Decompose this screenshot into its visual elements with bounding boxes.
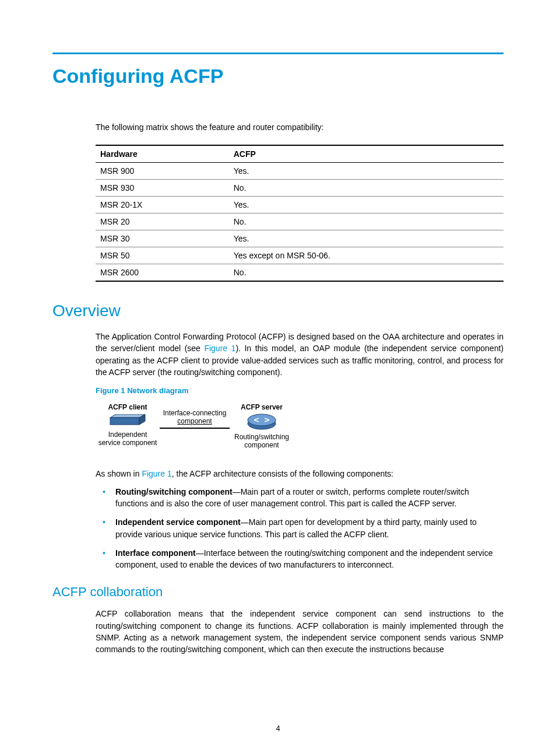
connector-line-icon	[160, 428, 230, 429]
table-row: MSR 30Yes.	[96, 230, 504, 247]
table-header: Hardware	[96, 145, 229, 163]
table-row: MSR 20-1XYes.	[96, 197, 504, 214]
cell: No.	[229, 214, 504, 230]
list-item: Interface component—Interface between th…	[96, 547, 504, 571]
svg-point-4	[248, 414, 276, 426]
page-number: 4	[0, 724, 556, 733]
bold: Independent service component	[115, 517, 241, 527]
figure-server-label: ACFP server	[241, 403, 283, 411]
figure-mid-bottom: component	[177, 417, 212, 425]
intro-text: The following matrix shows the feature a…	[96, 123, 504, 132]
list-item: Routing/switching component—Main part of…	[96, 486, 504, 510]
compat-table: Hardware ACFP MSR 900Yes. MSR 930No. MSR…	[96, 145, 504, 282]
overview-paragraph: The Application Control Forwarding Proto…	[96, 331, 504, 378]
section-heading-collab: ACFP collaboration	[52, 584, 504, 600]
bold: Routing/switching component	[115, 487, 233, 496]
server-device-icon	[246, 412, 277, 430]
cell: MSR 30	[96, 230, 229, 247]
collab-paragraph: ACFP collaboration means that the indepe…	[96, 608, 504, 655]
after-figure-text: As shown in Figure 1, the ACFP architect…	[96, 468, 504, 480]
table-header: ACFP	[229, 145, 504, 163]
text: , the ACFP architecture consists of the …	[172, 469, 393, 478]
cell: Yes.	[229, 197, 504, 214]
text: As shown in	[96, 469, 142, 478]
svg-rect-1	[110, 418, 139, 425]
table-row: MSR 2600No.	[96, 264, 504, 282]
cell: No.	[229, 264, 504, 282]
cell: No.	[229, 180, 504, 197]
figure-mid-top: Interface-connecting	[163, 409, 227, 417]
cell: Yes.	[229, 163, 504, 180]
cell: MSR 50	[96, 247, 229, 264]
cell: MSR 20	[96, 214, 229, 230]
list-item: Independent service component—Main part …	[96, 516, 504, 540]
page-title: Configuring ACFP	[52, 65, 504, 88]
cell: MSR 2600	[96, 264, 229, 282]
figure-link[interactable]: Figure 1	[204, 344, 235, 353]
figure-client-label: ACFP client	[108, 403, 147, 411]
cell: MSR 900	[96, 163, 229, 180]
table-row: MSR 930No.	[96, 180, 504, 197]
client-device-icon	[107, 414, 149, 428]
figure-client-sub: Independent service component	[98, 430, 157, 447]
component-list: Routing/switching component—Main part of…	[96, 486, 504, 571]
figure-network-diagram: ACFP client Independent service componen…	[96, 400, 294, 455]
figure-server-sub: Routing/switching component	[234, 433, 289, 450]
cell: Yes.	[229, 230, 504, 247]
table-row: MSR 900Yes.	[96, 163, 504, 180]
table-row: MSR 20No.	[96, 214, 504, 230]
section-heading-overview: Overview	[52, 302, 504, 320]
figure-title: Figure 1 Network diagram	[96, 386, 504, 395]
figure-link[interactable]: Figure 1	[142, 469, 171, 478]
cell: MSR 20-1X	[96, 197, 229, 214]
table-row: MSR 50Yes except on MSR 50-06.	[96, 247, 504, 264]
cell: Yes except on MSR 50-06.	[229, 247, 504, 264]
bold: Interface component	[115, 548, 196, 558]
cell: MSR 930	[96, 180, 229, 197]
